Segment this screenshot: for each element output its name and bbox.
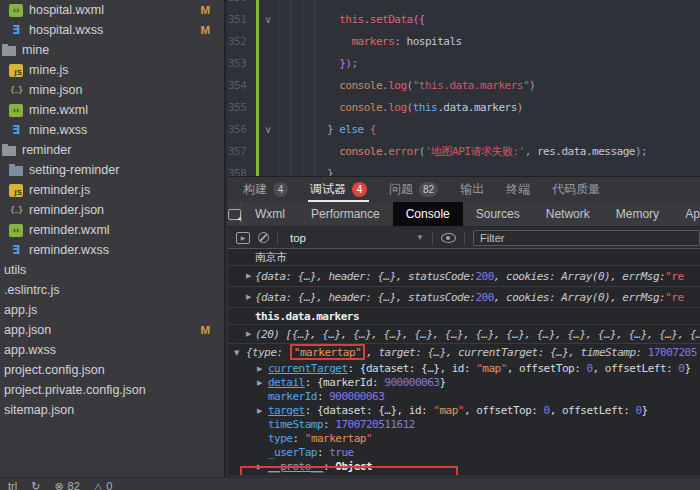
text-segment: true [329,446,354,459]
code-text: console.log("this.data.markers") [278,75,535,97]
sidebar-item-reminder.wxss[interactable]: reminder.wxss [0,240,224,260]
text-segment: error [388,145,419,158]
expand-arrow-icon[interactable]: ▶ [246,293,251,301]
text-segment: "this.data.markers" [413,79,529,92]
status-item[interactable]: ⊗82 [54,478,79,490]
text-segment: "markertap" [294,346,361,359]
text-segment: , target: {…}, currentTarget: {…}, timeS… [366,346,648,359]
sidebar-item-reminder.js[interactable]: reminder.js [0,180,224,200]
expand-arrow-icon[interactable]: ▶ [257,376,262,390]
text-segment: "re [665,270,683,283]
sidebar-item-setting-reminder[interactable]: setting-reminder [0,160,224,180]
object-property-row: ▶currentTarget: {dataset: {…}, id: "map"… [228,362,700,376]
inspect-element-button[interactable] [228,202,242,226]
devtools-tab-network[interactable]: Network [533,202,603,226]
status-item[interactable]: trl [8,478,17,490]
text-segment: 200 [475,291,493,304]
panel-tab-label: 构建 [243,181,267,198]
fold-chevron-icon[interactable]: ∨ [261,119,275,141]
live-expression-eye-icon[interactable] [441,233,456,243]
sidebar-item-reminder.json[interactable]: reminder.json [0,200,224,220]
text-segment: : [394,35,406,48]
ide-window: hospital.wxmlMhospital.wxssMminemine.jsm… [0,0,700,490]
text-segment: ) [529,79,535,92]
code-line-355: 355 console.log(this.data.markers) [228,97,700,119]
code-line-350: 350 [228,0,700,9]
sidebar-item-mine.json[interactable]: mine.json [0,80,224,100]
panel-tab-调试器[interactable]: 调试器4 [310,177,367,202]
sidebar-item-reminder[interactable]: reminder [0,140,224,160]
sidebar-item-project.private.config.json[interactable]: project.private.config.json [0,380,224,400]
panel-tab-问题[interactable]: 问题82 [389,177,438,202]
panel-tab-构建[interactable]: 构建4 [243,177,288,202]
sidebar-item-.eslintrc.js[interactable]: .eslintrc.js [0,280,224,300]
fold-chevron-icon[interactable]: ∨ [261,9,275,31]
execution-context-select[interactable]: top ▼ [286,232,424,244]
devtools-tab-memory[interactable]: Memory [603,202,672,226]
clear-console-icon[interactable] [258,232,269,243]
console-sidebar-toggle-icon[interactable] [236,232,250,244]
sidebar-item-hospital.wxml[interactable]: hospital.wxmlM [0,0,224,20]
panel-tab-输出[interactable]: 输出 [460,177,484,202]
object-preview-row: ▼{type: "markertap", target: {…}, curren… [228,344,700,362]
panel-tab-代码质量[interactable]: 代码质量 [552,177,600,202]
panel-tab-终端[interactable]: 终端 [506,177,530,202]
devtools-tab-sources[interactable]: Sources [463,202,533,226]
colon: : [323,460,335,473]
status-item[interactable]: △0 [94,478,113,490]
text-segment: ); [635,145,647,158]
code-line-353: 353 }); [228,53,700,75]
wxss-file-icon [9,124,23,137]
text-segment: } [642,404,648,417]
status-item[interactable]: ↻ [31,478,40,490]
text-segment: console [339,101,382,114]
expand-arrow-icon[interactable]: ▶ [257,460,262,474]
sidebar-item-utils[interactable]: utils [0,260,224,280]
panel-tab-label: 输出 [460,181,484,198]
sidebar-item-project.config.json[interactable]: project.config.json [0,360,224,380]
sidebar-item-mine[interactable]: mine [0,40,224,60]
line-number: 358 [228,163,246,176]
sidebar-item-hospital.wxss[interactable]: hospital.wxssM [0,20,224,40]
text-segment: .data.markers [437,101,517,114]
file-name: mine [22,43,49,57]
code-editor: 350351∨ this.setData({352 markers: hospi… [228,0,700,176]
console-log-row: 南京市 [228,249,700,266]
devtools-tab-console[interactable]: Console [393,202,463,226]
collapse-arrow-icon[interactable]: ▼ [234,344,239,362]
sidebar-item-app.wxss[interactable]: app.wxss [0,340,224,360]
object-property-row: ▶__proto__: Object [228,460,700,474]
sidebar-item-app.js[interactable]: app.js [0,300,224,320]
sidebar-item-sitemap.json[interactable]: sitemap.json [0,400,224,420]
object-property-row: ▶detail: {markerId: 900000063} [228,376,700,390]
file-name: reminder.json [29,203,104,217]
json-file-icon [9,204,23,217]
devtools-tab-wxml[interactable]: Wxml [242,202,298,226]
text-segment: this [413,101,438,114]
code-line-356: 356∨ } else { [228,119,700,141]
expand-arrow-icon[interactable]: ▶ [257,404,262,418]
expand-arrow-icon[interactable]: ▶ [257,362,262,376]
expand-arrow-icon[interactable]: ▶ [246,330,251,338]
console-filter-input[interactable] [473,230,700,246]
console-toolbar: top ▼ [228,227,700,249]
text-segment: Object [335,460,372,473]
sidebar-item-reminder.wxml[interactable]: reminder.wxml [0,220,224,240]
file-name: project.private.config.json [4,383,146,397]
expand-arrow-icon[interactable]: ▶ [246,272,251,280]
text-segment: {dataset: {…}, id: [360,362,476,375]
sync-icon: ↻ [31,478,40,490]
wxss-file-icon [9,24,23,37]
sidebar-item-mine.js[interactable]: mine.js [0,60,224,80]
sidebar-item-mine.wxss[interactable]: mine.wxss [0,120,224,140]
sidebar-item-app.json[interactable]: app.jsonM [0,320,224,340]
sidebar-item-mine.wxml[interactable]: mine.wxml [0,100,224,120]
text-segment: map [482,362,500,375]
text-segment: else [339,123,364,136]
text-segment: 900000063 [384,376,439,389]
devtools-tab-performance[interactable]: Performance [298,202,393,226]
text-segment: {markerId: [317,376,384,389]
devtools-tab-appdata[interactable]: AppData [672,202,700,226]
file-name: app.wxss [4,343,56,357]
file-name: mine.wxml [29,103,88,117]
